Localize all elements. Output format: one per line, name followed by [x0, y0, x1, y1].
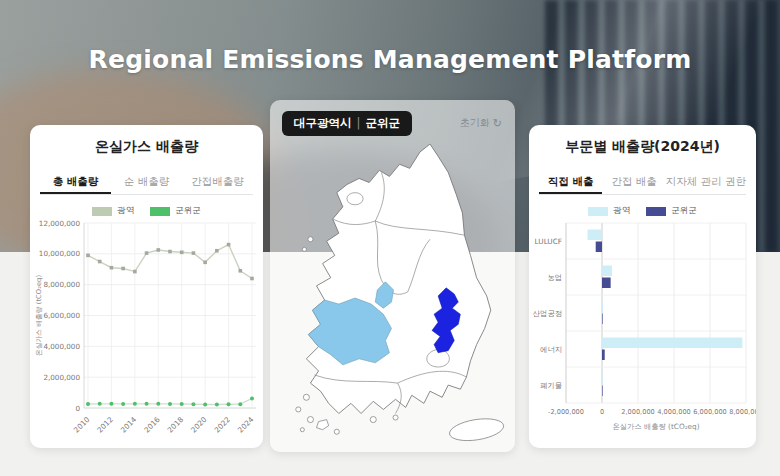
svg-text:2018: 2018 — [166, 415, 186, 435]
sector-tab[interactable]: 간접 배출 — [602, 171, 665, 194]
korea-map[interactable] — [276, 142, 509, 451]
sector-tab[interactable]: 직접 배출 — [539, 171, 602, 194]
sector-panel-title: 부문별 배출량(2024년) — [529, 138, 756, 156]
page-title: Regional Emissions Management Platform — [0, 45, 780, 74]
sector-tab[interactable]: 지자체 관리 권한 — [666, 171, 746, 194]
svg-text:에너지: 에너지 — [540, 345, 562, 354]
ghg-panel-tabs: 총 배출량순 배출량간접배출량 — [40, 171, 253, 195]
reset-button[interactable]: 초기화 ↻ — [460, 116, 502, 130]
badge-separator: | — [352, 116, 366, 130]
selected-region-badge[interactable]: 대구광역시|군위군 — [282, 111, 412, 136]
ghg-emissions-panel: 온실가스 배출량 총 배출량순 배출량간접배출량 광역군위군 02,000,00… — [30, 125, 263, 448]
legend-swatch — [150, 207, 170, 216]
ghg-chart-legend: 광역군위군 — [30, 205, 263, 217]
legend-item: 광역 — [588, 205, 630, 217]
svg-text:10,000,000: 10,000,000 — [39, 249, 81, 258]
reset-label: 초기화 — [460, 116, 490, 130]
svg-text:2016: 2016 — [142, 415, 162, 435]
legend-label: 군위군 — [175, 205, 201, 217]
sector-panel-tabs: 직접 배출간접 배출지자체 관리 권한 — [539, 171, 746, 195]
svg-text:6,000,000: 6,000,000 — [693, 408, 727, 416]
svg-text:2,000,000: 2,000,000 — [43, 373, 80, 382]
svg-text:4,000,000: 4,000,000 — [657, 408, 691, 416]
sector-chart-legend: 광역군위군 — [529, 205, 756, 217]
legend-item: 군위군 — [646, 205, 697, 217]
svg-text:2,000,000: 2,000,000 — [621, 408, 655, 416]
svg-text:8,000,000: 8,000,000 — [43, 280, 80, 289]
legend-label: 군위군 — [671, 205, 697, 217]
svg-text:12,000,000: 12,000,000 — [39, 219, 81, 228]
ghg-panel-title: 온실가스 배출량 — [30, 138, 263, 156]
sector-bar-chart: -2,000,00002,000,0004,000,0006,000,0008,… — [529, 217, 756, 448]
svg-text:LULUCF: LULUCF — [535, 237, 562, 246]
svg-text:4,000,000: 4,000,000 — [43, 342, 80, 351]
legend-label: 광역 — [613, 205, 630, 217]
legend-item: 군위군 — [150, 205, 201, 217]
map-jeju-island — [448, 415, 505, 444]
svg-text:산업공정: 산업공정 — [533, 309, 562, 318]
svg-text:2022: 2022 — [212, 415, 232, 435]
ghg-tab[interactable]: 순 배출량 — [111, 171, 182, 194]
svg-text:-2,000,000: -2,000,000 — [548, 408, 584, 416]
legend-label: 광역 — [117, 205, 134, 217]
ghg-tab[interactable]: 총 배출량 — [40, 171, 111, 194]
svg-text:온실가스 배출량 (tCO₂eq): 온실가스 배출량 (tCO₂eq) — [35, 275, 43, 357]
svg-text:2012: 2012 — [95, 415, 115, 435]
svg-text:2014: 2014 — [119, 415, 139, 435]
svg-text:온실가스 배출량 (tCO₂eq): 온실가스 배출량 (tCO₂eq) — [612, 422, 699, 431]
ghg-line-chart: 02,000,0004,000,0006,000,0008,000,00010,… — [30, 217, 263, 448]
legend-swatch — [92, 207, 112, 216]
svg-text:농업: 농업 — [547, 273, 562, 282]
svg-text:8,000,000: 8,000,000 — [729, 408, 756, 416]
svg-text:0: 0 — [75, 404, 80, 413]
svg-text:0: 0 — [600, 408, 604, 416]
svg-text:폐기물: 폐기물 — [540, 381, 562, 390]
legend-item: 광역 — [92, 205, 134, 217]
svg-text:2010: 2010 — [72, 415, 92, 435]
map-header: 대구광역시|군위군 초기화 ↻ — [270, 100, 515, 140]
sector-emissions-panel: 부문별 배출량(2024년) 직접 배출간접 배출지자체 관리 권한 광역군위군… — [529, 125, 756, 448]
reset-icon: ↻ — [493, 117, 502, 130]
region-map-panel: 대구광역시|군위군 초기화 ↻ — [270, 100, 515, 452]
region-name: 대구광역시 — [294, 116, 352, 130]
svg-text:6,000,000: 6,000,000 — [43, 311, 80, 320]
legend-swatch — [588, 207, 608, 216]
map-mainland[interactable] — [306, 144, 490, 413]
svg-text:2020: 2020 — [189, 415, 209, 435]
svg-text:2024: 2024 — [236, 415, 256, 435]
legend-swatch — [646, 207, 666, 216]
district-name: 군위군 — [365, 116, 400, 130]
ghg-tab[interactable]: 간접배출량 — [182, 171, 253, 194]
